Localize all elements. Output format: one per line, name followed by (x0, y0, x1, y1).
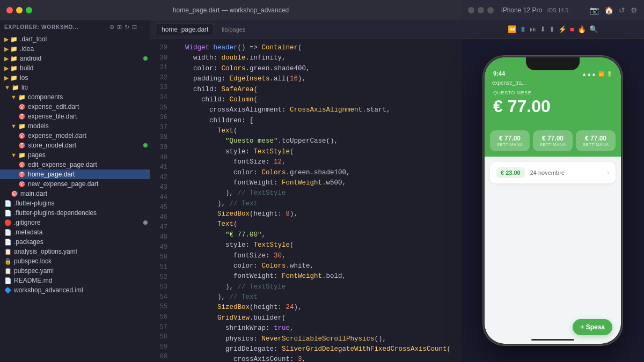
hot-reload-btn[interactable]: 🔥 (577, 25, 586, 33)
dart-file-icon: 🎯 (18, 142, 26, 149)
phone-toolbar: ⏪ ⏸ ⏭ ⬇ ⬆ ⚡ ■ 🔥 🔍 (462, 20, 644, 39)
sidebar-item-readme[interactable]: 📄 README.md (0, 276, 150, 285)
sidebar-item-store-model[interactable]: 🎯 store_model.dart (0, 141, 150, 150)
wifi-icon: ▲▲▲ (582, 71, 596, 77)
sidebar-item-label: pages (28, 151, 148, 159)
iphone-wrapper: 9:44 ▲▲▲ 📶 🔋 expense_tra... QUESTO MESE … (478, 39, 628, 362)
sidebar-item-components[interactable]: ▼ 📁 components (0, 92, 150, 102)
battery-icon: 🔋 (606, 71, 612, 77)
dart-file-icon: 🎯 (18, 132, 26, 139)
sidebar-item-lib[interactable]: ▼ 📁 lib (0, 83, 150, 92)
sidebar-item-pubspec-yaml[interactable]: 📋 pubspec.yaml (0, 266, 150, 276)
iml-file-icon: 🔷 (4, 287, 12, 294)
folder-icon: ▼ 📁 (11, 123, 26, 130)
phone-window-dot1 (468, 7, 474, 13)
sidebar-item-main[interactable]: 🎯 main.dart (0, 189, 150, 198)
phone-window-dot3 (487, 7, 494, 13)
sidebar-item-label: .flutter-plugins (14, 200, 148, 207)
refresh-icon[interactable]: ↻ (125, 24, 130, 31)
sidebar-item-iml[interactable]: 🔷 workshop_advanced.iml (0, 285, 150, 295)
expense-row[interactable]: € 23.00 24 novembre › (490, 162, 616, 183)
change-indicator (143, 56, 148, 61)
editor-tab[interactable]: home_page.dart (156, 24, 214, 35)
debug-btn[interactable]: ⏪ (508, 25, 516, 33)
sidebar-item-expense-tile[interactable]: 🎯 expense_tile.dart (0, 112, 150, 121)
app-name-label: expense_tra... (492, 80, 526, 86)
zoom-btn[interactable]: 🔍 (589, 25, 598, 33)
sidebar-item-build[interactable]: ▶ 📁 build (0, 63, 150, 73)
sidebar-item-models[interactable]: ▼ 📁 models (0, 121, 150, 131)
dart-file-icon: 🎯 (18, 181, 26, 188)
phone-window-dot2 (478, 7, 484, 13)
sidebar-item-packages[interactable]: 📄 .packages (0, 237, 150, 247)
sidebar-item-label: pubspec.lock (14, 257, 148, 265)
collapse-icon[interactable]: ⊟ (132, 24, 137, 31)
phone-panel: iPhone 12 Pro iOS 14.5 📷 🏠 ↺ ⚙ ⏪ ⏸ ⏭ ⬇ ⬆… (462, 0, 644, 362)
sidebar-item-metadata[interactable]: 📄 .metadata (0, 227, 150, 237)
sidebar-item-android[interactable]: ▶ 📁 android (0, 54, 150, 63)
sidebar-item-pages[interactable]: ▼ 📁 pages (0, 150, 150, 160)
change-indicator (143, 220, 148, 225)
sidebar-item-label: .dart_tool (20, 35, 148, 43)
more-icon[interactable]: ··· (139, 24, 145, 31)
settings-icon[interactable]: ⚙ (631, 6, 638, 14)
sidebar-item-flutter-plugins-deps[interactable]: 📄 .flutter-plugins-dependencies (0, 208, 150, 218)
sidebar-item-pubspec-lock[interactable]: 🔒 pubspec.lock (0, 256, 150, 266)
stop-btn[interactable]: ■ (570, 25, 574, 33)
sidebar-item-label: expense_edit.dart (28, 103, 148, 110)
new-file-icon[interactable]: ⊕ (109, 24, 115, 31)
editor-toolbar: home_page.dart lib/pages (150, 20, 462, 39)
home-icon[interactable]: 🏠 (604, 6, 613, 14)
sidebar-item-analysis-options[interactable]: 📋 analysis_options.yaml (0, 247, 150, 256)
sidebar-item-label: main.dart (20, 190, 148, 197)
yaml-file-icon: 📋 (4, 268, 12, 275)
code-text[interactable]: Widget header() => Container( width: dou… (171, 39, 462, 362)
step-over-btn[interactable]: ⏭ (530, 25, 537, 33)
sidebar-item-flutter-plugins[interactable]: 📄 .flutter-plugins (0, 198, 150, 208)
minimize-button[interactable] (16, 7, 23, 13)
sidebar-item-edit-expense-page[interactable]: 🎯 edit_expense_page.dart (0, 160, 150, 169)
sidebar-item-idea[interactable]: ▶ 📁 .idea (0, 44, 150, 54)
sidebar-item-new-expense-page[interactable]: 🎯 new_expense_page.dart (0, 179, 150, 189)
step-into-btn[interactable]: ⬇ (540, 25, 546, 33)
sidebar-item-home-page[interactable]: 🎯 home_page.dart (0, 169, 150, 179)
card-settimana-3: € 77.00 SETTIMANA (576, 130, 616, 151)
iphone-notch (526, 57, 580, 70)
app-cards-row: € 77.00 SETTIMANA € 77.00 SETTIMANA € 77… (485, 125, 621, 157)
sidebar-item-label: new_expense_page.dart (28, 180, 148, 188)
expense-date: 24 novembre (530, 169, 607, 176)
step-out-btn[interactable]: ⬆ (549, 25, 555, 33)
sidebar-item-label: home_page.dart (28, 171, 148, 178)
restart-btn[interactable]: ⚡ (558, 25, 567, 33)
rotate-icon[interactable]: ↺ (619, 6, 625, 14)
maximize-button[interactable] (26, 7, 32, 13)
sidebar-item-dart-tool[interactable]: ▶ 📁 .dart_tool (0, 34, 150, 44)
folder-icon: ▶ 📁 (4, 55, 18, 62)
close-button[interactable] (6, 7, 13, 13)
sidebar-item-label: components (28, 93, 148, 101)
sidebar-item-label: build (20, 64, 148, 72)
card-amount: € 77.00 (537, 135, 568, 142)
sidebar-item-expense-edit[interactable]: 🎯 expense_edit.dart (0, 102, 150, 112)
card-settimana-1: € 77.00 SETTIMANA (490, 130, 530, 151)
sidebar-item-gitignore[interactable]: 🔴 .gitignore (0, 218, 150, 227)
dart-file-icon: 🎯 (18, 113, 26, 120)
title-bar: home_page.dart — workshop_advanced (0, 0, 462, 20)
app-header: QUESTO MESE € 77.00 (485, 86, 621, 125)
git-file-icon: 🔴 (4, 219, 12, 226)
sidebar-item-label: expense_tile.dart (28, 113, 148, 120)
new-folder-icon[interactable]: ⊞ (117, 24, 122, 31)
folder-icon: ▼ 📁 (4, 84, 19, 91)
fab-spesa-button[interactable]: + Spesa (573, 319, 612, 335)
status-icons: ▲▲▲ 📶 🔋 (582, 71, 612, 77)
folder-icon: ▶ 📁 (4, 75, 18, 82)
sidebar-item-expense-model[interactable]: 🎯 expense_model.dart (0, 131, 150, 141)
sidebar-item-ios[interactable]: ▶ 📁 ios (0, 73, 150, 83)
play-btn[interactable]: ⏸ (519, 25, 526, 33)
lock-file-icon: 🔒 (4, 258, 12, 265)
dart-file-icon: 🎯 (18, 161, 26, 168)
screenshot-icon[interactable]: 📷 (590, 6, 599, 14)
sidebar-item-label: lib (21, 84, 148, 91)
code-container[interactable]: 29 30 31 32 33 34 35 36 37 38 39 40 41 4… (150, 39, 462, 362)
sidebar-item-label: android (20, 55, 143, 62)
